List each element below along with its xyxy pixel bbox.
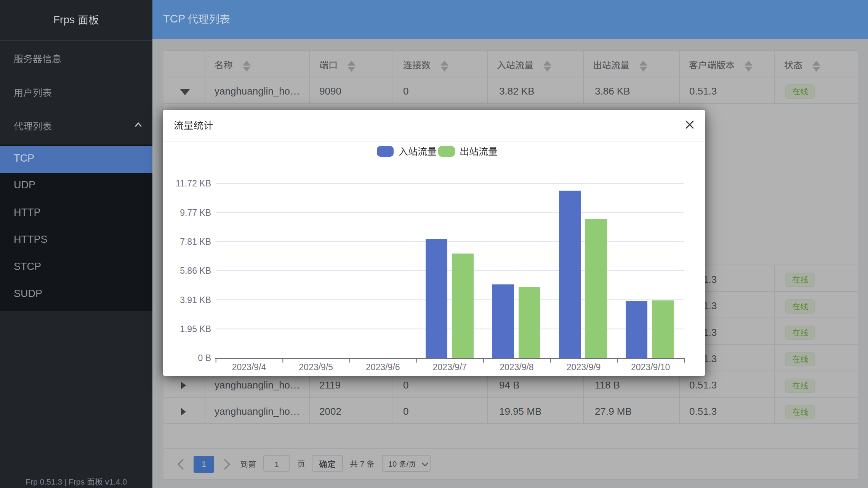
svg-text:2023/9/5: 2023/9/5 bbox=[299, 362, 333, 372]
svg-text:2023/9/9: 2023/9/9 bbox=[567, 362, 601, 372]
svg-text:7.81 KB: 7.81 KB bbox=[180, 237, 211, 247]
svg-text:5.86 KB: 5.86 KB bbox=[180, 266, 211, 276]
svg-text:3.91 KB: 3.91 KB bbox=[180, 295, 211, 305]
svg-text:0 B: 0 B bbox=[198, 353, 211, 363]
svg-text:11.72 KB: 11.72 KB bbox=[176, 178, 211, 188]
svg-text:2023/9/4: 2023/9/4 bbox=[232, 362, 266, 372]
svg-text:2023/9/10: 2023/9/10 bbox=[631, 362, 670, 372]
svg-text:1.95 KB: 1.95 KB bbox=[180, 324, 211, 334]
svg-text:2023/9/7: 2023/9/7 bbox=[433, 362, 467, 372]
svg-text:2023/9/6: 2023/9/6 bbox=[366, 362, 400, 372]
svg-text:2023/9/8: 2023/9/8 bbox=[500, 362, 534, 372]
svg-text:9.77 KB: 9.77 KB bbox=[180, 208, 211, 218]
